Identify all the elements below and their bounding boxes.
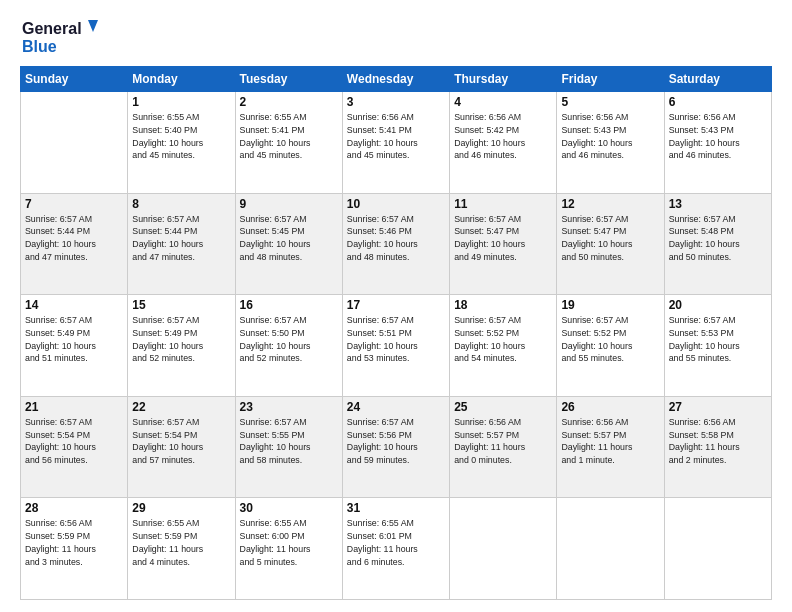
calendar-cell: 18Sunrise: 6:57 AM Sunset: 5:52 PM Dayli…	[450, 295, 557, 397]
calendar-cell: 7Sunrise: 6:57 AM Sunset: 5:44 PM Daylig…	[21, 193, 128, 295]
page: GeneralBlue SundayMondayTuesdayWednesday…	[0, 0, 792, 612]
weekday-header-thursday: Thursday	[450, 67, 557, 92]
calendar-row: 28Sunrise: 6:56 AM Sunset: 5:59 PM Dayli…	[21, 498, 772, 600]
cell-info: Sunrise: 6:57 AM Sunset: 5:50 PM Dayligh…	[240, 314, 338, 365]
calendar-cell: 21Sunrise: 6:57 AM Sunset: 5:54 PM Dayli…	[21, 396, 128, 498]
calendar-cell: 27Sunrise: 6:56 AM Sunset: 5:58 PM Dayli…	[664, 396, 771, 498]
cell-info: Sunrise: 6:56 AM Sunset: 5:43 PM Dayligh…	[669, 111, 767, 162]
cell-date: 28	[25, 501, 123, 515]
cell-date: 14	[25, 298, 123, 312]
calendar-cell: 20Sunrise: 6:57 AM Sunset: 5:53 PM Dayli…	[664, 295, 771, 397]
calendar-cell: 14Sunrise: 6:57 AM Sunset: 5:49 PM Dayli…	[21, 295, 128, 397]
cell-info: Sunrise: 6:55 AM Sunset: 6:00 PM Dayligh…	[240, 517, 338, 568]
cell-info: Sunrise: 6:56 AM Sunset: 5:57 PM Dayligh…	[454, 416, 552, 467]
weekday-header-saturday: Saturday	[664, 67, 771, 92]
calendar-cell: 6Sunrise: 6:56 AM Sunset: 5:43 PM Daylig…	[664, 92, 771, 194]
cell-info: Sunrise: 6:55 AM Sunset: 5:40 PM Dayligh…	[132, 111, 230, 162]
cell-info: Sunrise: 6:57 AM Sunset: 5:47 PM Dayligh…	[561, 213, 659, 264]
cell-info: Sunrise: 6:56 AM Sunset: 5:58 PM Dayligh…	[669, 416, 767, 467]
calendar-cell: 10Sunrise: 6:57 AM Sunset: 5:46 PM Dayli…	[342, 193, 449, 295]
svg-text:Blue: Blue	[22, 38, 57, 55]
calendar-cell: 4Sunrise: 6:56 AM Sunset: 5:42 PM Daylig…	[450, 92, 557, 194]
calendar-cell: 19Sunrise: 6:57 AM Sunset: 5:52 PM Dayli…	[557, 295, 664, 397]
calendar-row: 21Sunrise: 6:57 AM Sunset: 5:54 PM Dayli…	[21, 396, 772, 498]
calendar-table: SundayMondayTuesdayWednesdayThursdayFrid…	[20, 66, 772, 600]
cell-date: 2	[240, 95, 338, 109]
calendar-cell: 24Sunrise: 6:57 AM Sunset: 5:56 PM Dayli…	[342, 396, 449, 498]
calendar-cell: 23Sunrise: 6:57 AM Sunset: 5:55 PM Dayli…	[235, 396, 342, 498]
calendar-cell: 16Sunrise: 6:57 AM Sunset: 5:50 PM Dayli…	[235, 295, 342, 397]
cell-info: Sunrise: 6:55 AM Sunset: 5:41 PM Dayligh…	[240, 111, 338, 162]
cell-info: Sunrise: 6:57 AM Sunset: 5:49 PM Dayligh…	[132, 314, 230, 365]
cell-info: Sunrise: 6:56 AM Sunset: 5:42 PM Dayligh…	[454, 111, 552, 162]
cell-info: Sunrise: 6:57 AM Sunset: 5:54 PM Dayligh…	[132, 416, 230, 467]
cell-info: Sunrise: 6:57 AM Sunset: 5:48 PM Dayligh…	[669, 213, 767, 264]
cell-info: Sunrise: 6:57 AM Sunset: 5:44 PM Dayligh…	[132, 213, 230, 264]
weekday-header-friday: Friday	[557, 67, 664, 92]
cell-info: Sunrise: 6:55 AM Sunset: 5:59 PM Dayligh…	[132, 517, 230, 568]
calendar-cell: 29Sunrise: 6:55 AM Sunset: 5:59 PM Dayli…	[128, 498, 235, 600]
cell-info: Sunrise: 6:57 AM Sunset: 5:56 PM Dayligh…	[347, 416, 445, 467]
calendar-cell: 15Sunrise: 6:57 AM Sunset: 5:49 PM Dayli…	[128, 295, 235, 397]
cell-date: 22	[132, 400, 230, 414]
calendar-cell: 2Sunrise: 6:55 AM Sunset: 5:41 PM Daylig…	[235, 92, 342, 194]
calendar-cell: 25Sunrise: 6:56 AM Sunset: 5:57 PM Dayli…	[450, 396, 557, 498]
cell-date: 19	[561, 298, 659, 312]
cell-date: 8	[132, 197, 230, 211]
cell-date: 17	[347, 298, 445, 312]
cell-info: Sunrise: 6:56 AM Sunset: 5:43 PM Dayligh…	[561, 111, 659, 162]
cell-info: Sunrise: 6:57 AM Sunset: 5:45 PM Dayligh…	[240, 213, 338, 264]
cell-date: 1	[132, 95, 230, 109]
cell-info: Sunrise: 6:57 AM Sunset: 5:46 PM Dayligh…	[347, 213, 445, 264]
cell-date: 6	[669, 95, 767, 109]
calendar-cell: 31Sunrise: 6:55 AM Sunset: 6:01 PM Dayli…	[342, 498, 449, 600]
weekday-header-monday: Monday	[128, 67, 235, 92]
cell-date: 26	[561, 400, 659, 414]
cell-info: Sunrise: 6:57 AM Sunset: 5:47 PM Dayligh…	[454, 213, 552, 264]
header: GeneralBlue	[20, 16, 772, 56]
calendar-cell: 22Sunrise: 6:57 AM Sunset: 5:54 PM Dayli…	[128, 396, 235, 498]
cell-date: 31	[347, 501, 445, 515]
cell-date: 24	[347, 400, 445, 414]
weekday-header-tuesday: Tuesday	[235, 67, 342, 92]
calendar-cell	[450, 498, 557, 600]
calendar-cell: 9Sunrise: 6:57 AM Sunset: 5:45 PM Daylig…	[235, 193, 342, 295]
cell-date: 23	[240, 400, 338, 414]
calendar-cell	[664, 498, 771, 600]
cell-info: Sunrise: 6:56 AM Sunset: 5:57 PM Dayligh…	[561, 416, 659, 467]
calendar-cell	[557, 498, 664, 600]
cell-date: 7	[25, 197, 123, 211]
cell-date: 3	[347, 95, 445, 109]
cell-date: 21	[25, 400, 123, 414]
cell-info: Sunrise: 6:57 AM Sunset: 5:52 PM Dayligh…	[454, 314, 552, 365]
svg-marker-2	[88, 20, 98, 32]
weekday-header-sunday: Sunday	[21, 67, 128, 92]
cell-date: 30	[240, 501, 338, 515]
calendar-cell: 17Sunrise: 6:57 AM Sunset: 5:51 PM Dayli…	[342, 295, 449, 397]
cell-info: Sunrise: 6:57 AM Sunset: 5:49 PM Dayligh…	[25, 314, 123, 365]
cell-date: 29	[132, 501, 230, 515]
weekday-header-wednesday: Wednesday	[342, 67, 449, 92]
cell-date: 13	[669, 197, 767, 211]
cell-date: 20	[669, 298, 767, 312]
logo-icon: GeneralBlue	[20, 16, 100, 56]
svg-text:General: General	[22, 20, 82, 37]
calendar-cell: 12Sunrise: 6:57 AM Sunset: 5:47 PM Dayli…	[557, 193, 664, 295]
cell-date: 10	[347, 197, 445, 211]
calendar-cell: 3Sunrise: 6:56 AM Sunset: 5:41 PM Daylig…	[342, 92, 449, 194]
cell-info: Sunrise: 6:57 AM Sunset: 5:55 PM Dayligh…	[240, 416, 338, 467]
calendar-row: 14Sunrise: 6:57 AM Sunset: 5:49 PM Dayli…	[21, 295, 772, 397]
cell-info: Sunrise: 6:57 AM Sunset: 5:53 PM Dayligh…	[669, 314, 767, 365]
calendar-cell: 11Sunrise: 6:57 AM Sunset: 5:47 PM Dayli…	[450, 193, 557, 295]
calendar-cell: 26Sunrise: 6:56 AM Sunset: 5:57 PM Dayli…	[557, 396, 664, 498]
cell-date: 16	[240, 298, 338, 312]
calendar-cell	[21, 92, 128, 194]
calendar-cell: 1Sunrise: 6:55 AM Sunset: 5:40 PM Daylig…	[128, 92, 235, 194]
cell-date: 18	[454, 298, 552, 312]
calendar-cell: 5Sunrise: 6:56 AM Sunset: 5:43 PM Daylig…	[557, 92, 664, 194]
calendar-cell: 8Sunrise: 6:57 AM Sunset: 5:44 PM Daylig…	[128, 193, 235, 295]
cell-info: Sunrise: 6:57 AM Sunset: 5:52 PM Dayligh…	[561, 314, 659, 365]
cell-date: 4	[454, 95, 552, 109]
logo: GeneralBlue	[20, 16, 100, 56]
cell-date: 11	[454, 197, 552, 211]
